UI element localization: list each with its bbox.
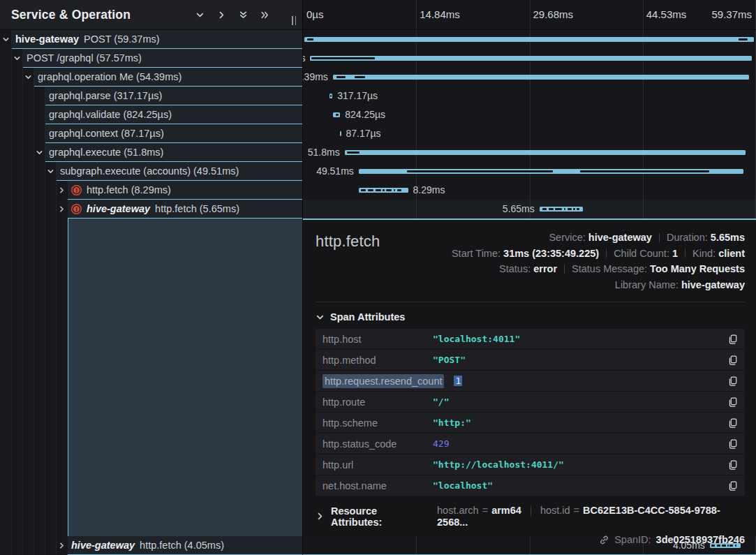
expander-chevron-down-icon[interactable] (0, 30, 12, 49)
copy-icon[interactable] (722, 480, 738, 491)
meta-value: client (718, 248, 745, 259)
chevron-right-icon[interactable] (213, 6, 230, 23)
span-row-label[interactable]: hive-gatewayhttp.fetch (4.05ms) (68, 536, 302, 555)
span-tree-row[interactable]: hive-gatewayPOST (59.37ms) (0, 30, 302, 49)
panel-resize-handle[interactable] (290, 14, 298, 27)
span-meta: Service: hive-gatewayDuration: 5.65msSta… (452, 230, 745, 293)
operation-name: graphql.parse (317.17µs) (49, 90, 162, 101)
chevrons-down-icon[interactable] (235, 6, 251, 23)
duration-label: 87.17µs (346, 124, 381, 143)
span-attributes-toggle[interactable]: Span Attributes (316, 311, 745, 323)
span-tree-row[interactable]: POST /graphql (57.57ms) (0, 49, 302, 68)
attribute-row: http.status_code429 (316, 434, 745, 454)
attribute-value: "localhost:4011" (433, 334, 520, 344)
duration-label: 8.29ms (413, 181, 445, 200)
operation-name: POST (59.37ms) (84, 34, 160, 45)
expander-chevron-right-icon[interactable] (56, 200, 68, 219)
span-bar[interactable] (333, 112, 340, 117)
span-bar[interactable] (345, 150, 746, 155)
duration-label: 824.25µs (345, 105, 385, 124)
span-row-label[interactable]: !hive-gatewayhttp.fetch (5.65ms) (68, 200, 302, 219)
expander-chevron-down-icon[interactable] (45, 162, 57, 181)
span-tree-row[interactable]: graphql.parse (317.17µs) (0, 87, 302, 105)
attribute-key: http.host (323, 334, 433, 345)
span-tree: hive-gatewayPOST (59.37ms)POST /graphql … (0, 30, 302, 555)
child-span-mark (577, 208, 579, 209)
operation-name: graphql.validate (824.25µs) (49, 109, 172, 120)
copy-icon[interactable] (722, 438, 738, 450)
expander-chevron-right-icon[interactable] (56, 181, 68, 200)
span-bar[interactable] (359, 188, 408, 193)
expander-chevron-down-icon[interactable] (34, 143, 45, 162)
meta-value: 1 (672, 248, 678, 259)
meta-separator (564, 265, 565, 274)
copy-icon[interactable] (722, 397, 738, 408)
child-span-mark (376, 189, 381, 191)
child-span-mark (549, 208, 554, 209)
span-row-label[interactable]: !http.fetch (8.29ms) (68, 181, 302, 200)
chevrons-right-icon[interactable] (256, 6, 273, 23)
child-span-mark (394, 189, 395, 191)
span-row-label[interactable]: graphql.validate (824.25µs) (45, 105, 302, 124)
span-row-label[interactable]: graphql.context (87.17µs) (45, 124, 302, 143)
child-span-mark (383, 189, 384, 191)
expander-chevron-down-icon[interactable] (22, 68, 34, 87)
attribute-row: net.host.name"localhost" (316, 475, 745, 496)
attribute-key: http.url (323, 459, 433, 471)
tick-label: 44.53ms (646, 0, 687, 29)
expander-chevron-down-icon[interactable] (11, 49, 23, 68)
duration-label: 49.51ms (316, 162, 354, 181)
expander-chevron-right-icon[interactable] (56, 536, 68, 555)
span-bar[interactable] (540, 207, 583, 212)
span-row-label[interactable]: POST /graphql (57.57ms) (23, 49, 302, 68)
span-tree-row[interactable]: graphql.validate (824.25µs) (0, 105, 302, 124)
span-bar[interactable] (310, 56, 751, 61)
span-tree-row[interactable]: graphql.execute (51.8ms) (0, 143, 302, 162)
chevron-down-icon[interactable] (191, 6, 208, 23)
attribute-value: 1 (454, 376, 462, 386)
span-title: http.fetch (316, 230, 380, 251)
meta-separator (659, 233, 660, 242)
span-tree-row[interactable]: subgraph.execute (accounts) (49.51ms) (0, 162, 302, 181)
span-tree-row[interactable]: graphql.context (87.17µs) (0, 124, 302, 143)
span-attributes-title: Span Attributes (330, 311, 405, 323)
span-row-label[interactable]: graphql.execute (51.8ms) (45, 143, 302, 162)
service-name: hive-gateway (15, 34, 79, 45)
meta-label: Status Message: (572, 263, 650, 274)
copy-icon[interactable] (722, 376, 738, 387)
meta-label: Kind: (692, 248, 718, 259)
resource-attributes-toggle[interactable]: Resource Attributes: host.arch=arm64host… (316, 505, 745, 528)
indent-spacer (0, 536, 56, 555)
operation-name: http.fetch (5.65ms) (155, 203, 239, 214)
span-tree-row[interactable]: hive-gatewayhttp.fetch (4.05ms) (0, 536, 302, 555)
copy-icon[interactable] (722, 459, 738, 471)
span-bar[interactable] (304, 37, 754, 42)
waterfall-lane (303, 30, 756, 49)
tick-label: 14.84ms (420, 0, 460, 29)
error-icon: ! (71, 185, 82, 195)
span-bar[interactable] (333, 75, 749, 80)
span-row-label[interactable]: hive-gatewayPOST (59.37ms) (12, 30, 302, 49)
copy-icon[interactable] (722, 417, 738, 429)
indent-spacer (0, 87, 34, 105)
copy-icon[interactable] (722, 355, 738, 366)
span-row-label[interactable]: graphql.parse (317.17µs) (45, 87, 302, 105)
meta-label: Status: (499, 263, 533, 274)
copy-icon[interactable] (722, 334, 738, 345)
service-name: hive-gateway (71, 540, 135, 551)
span-bar[interactable] (340, 131, 341, 136)
timeline-panel: 0µs14.84ms29.68ms44.53ms59.37ms 57.57ms5… (302, 0, 756, 555)
attribute-key: net.host.name (323, 480, 433, 491)
span-tree-row[interactable]: !http.fetch (8.29ms) (0, 181, 302, 200)
span-tree-row[interactable]: graphql.operation Me (54.39ms) (0, 68, 302, 87)
resource-attributes-title: Resource Attributes: (331, 505, 429, 528)
span-row-label[interactable]: graphql.operation Me (54.39ms) (34, 68, 302, 87)
span-bar[interactable] (359, 169, 744, 174)
link-icon[interactable] (599, 535, 609, 545)
span-bar[interactable] (329, 94, 332, 98)
child-span-mark (368, 189, 373, 191)
chevron-down-icon (316, 313, 325, 322)
span-tree-row[interactable]: !hive-gatewayhttp.fetch (5.65ms) (0, 200, 302, 219)
span-row-label[interactable]: subgraph.execute (accounts) (49.51ms) (57, 162, 302, 181)
child-span-mark (330, 95, 332, 96)
